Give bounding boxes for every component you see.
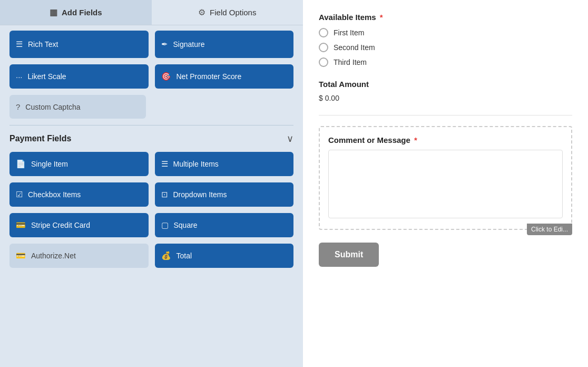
- radio-third-label: Third Item: [334, 58, 367, 66]
- checkbox-items-icon: ☑: [16, 190, 23, 199]
- multiple-items-button[interactable]: ☰ Multiple Items: [155, 152, 294, 176]
- add-fields-icon: ▦: [50, 7, 57, 17]
- section-divider: [9, 125, 293, 125]
- tab-add-fields[interactable]: ▦ Add Fields: [0, 0, 152, 25]
- payment-row-4: 💳 Authorize.Net 💰 Total: [9, 244, 293, 268]
- available-items-label: Available Items *: [319, 13, 572, 22]
- tab-field-options-label: Field Options: [210, 8, 256, 17]
- stripe-credit-card-label: Stripe Credit Card: [31, 221, 90, 229]
- nps-icon: 🎯: [161, 72, 171, 81]
- multiple-items-icon: ☰: [161, 159, 168, 169]
- total-amount-section: Total Amount $ 0.00: [319, 80, 572, 102]
- total-icon: 💰: [161, 251, 171, 260]
- payment-row-2: ☑ Checkbox Items ⊡ Dropdown Items: [9, 182, 293, 207]
- radio-second-item[interactable]: Second Item: [319, 43, 572, 52]
- payment-fields-title: Payment Fields: [9, 134, 71, 143]
- available-items-required: *: [378, 13, 383, 22]
- signature-icon: ✒: [161, 40, 168, 49]
- checkbox-items-button[interactable]: ☑ Checkbox Items: [9, 182, 149, 207]
- dropdown-items-icon: ⊡: [161, 190, 168, 199]
- total-button[interactable]: 💰 Total: [155, 244, 294, 268]
- total-amount-value: $ 0.00: [319, 94, 572, 102]
- radio-circle-third: [319, 57, 328, 67]
- radio-circle-first: [319, 28, 328, 37]
- tab-add-fields-label: Add Fields: [62, 8, 102, 17]
- click-to-edit-badge: Click to Edi...: [527, 224, 572, 235]
- submit-button[interactable]: Submit: [319, 243, 379, 267]
- total-amount-label: Total Amount: [319, 80, 572, 89]
- authorize-net-icon: 💳: [16, 251, 26, 260]
- radio-second-label: Second Item: [334, 43, 375, 52]
- dropdown-items-label: Dropdown Items: [173, 190, 227, 199]
- custom-captcha-label: Custom Captcha: [25, 103, 80, 111]
- partial-buttons-row: ☰ Rich Text ✒ Signature: [9, 31, 293, 58]
- single-item-button[interactable]: 📄 Single Item: [9, 152, 149, 176]
- payment-chevron-icon[interactable]: ∨: [287, 133, 293, 144]
- likert-scale-label: Likert Scale: [28, 72, 66, 81]
- panel-content: ☰ Rich Text ✒ Signature ··· Likert Scale…: [0, 25, 303, 367]
- row-likert-nps: ··· Likert Scale 🎯 Net Promoter Score: [9, 64, 293, 89]
- likert-scale-button[interactable]: ··· Likert Scale: [9, 64, 149, 89]
- rich-text-button[interactable]: ☰ Rich Text: [9, 31, 149, 58]
- row-captcha: ? Custom Captcha: [9, 95, 293, 119]
- radio-circle-second: [319, 43, 328, 52]
- square-icon: ▢: [161, 220, 169, 230]
- signature-button[interactable]: ✒ Signature: [155, 31, 294, 58]
- multiple-items-label: Multiple Items: [173, 160, 219, 168]
- custom-captcha-button[interactable]: ? Custom Captcha: [9, 95, 146, 119]
- square-button[interactable]: ▢ Square: [155, 213, 294, 237]
- checkbox-items-label: Checkbox Items: [28, 190, 81, 199]
- captcha-icon: ?: [16, 102, 20, 111]
- authorize-net-button[interactable]: 💳 Authorize.Net: [9, 244, 149, 268]
- tab-field-options[interactable]: ⚙ Field Options: [152, 0, 303, 25]
- radio-third-item[interactable]: Third Item: [319, 57, 572, 67]
- field-options-icon: ⚙: [198, 7, 205, 17]
- payment-buttons-grid: 📄 Single Item ☰ Multiple Items ☑ Checkbo…: [9, 152, 293, 268]
- comment-textarea[interactable]: [328, 150, 563, 218]
- signature-label: Signature: [173, 40, 205, 49]
- authorize-net-label: Authorize.Net: [31, 252, 76, 260]
- net-promoter-score-label: Net Promoter Score: [177, 72, 242, 81]
- payment-row-3: 💳 Stripe Credit Card ▢ Square: [9, 213, 293, 237]
- right-panel: Available Items * First Item Second Item…: [303, 0, 588, 367]
- payment-row-1: 📄 Single Item ☰ Multiple Items: [9, 152, 293, 176]
- radio-group: First Item Second Item Third Item: [319, 28, 572, 67]
- comment-required: *: [412, 136, 417, 144]
- radio-first-item[interactable]: First Item: [319, 28, 572, 37]
- comment-section: Comment or Message * Click to Edi...: [319, 126, 572, 230]
- single-item-icon: 📄: [16, 159, 26, 169]
- total-label: Total: [177, 252, 192, 260]
- payment-fields-header: Payment Fields ∨: [9, 133, 293, 144]
- comment-label: Comment or Message *: [328, 136, 563, 144]
- stripe-icon: 💳: [16, 220, 26, 230]
- likert-icon: ···: [16, 72, 23, 81]
- left-panel: ▦ Add Fields ⚙ Field Options ☰ Rich Text…: [0, 0, 303, 367]
- form-divider: [319, 115, 572, 115]
- single-item-label: Single Item: [31, 160, 68, 168]
- radio-first-label: First Item: [334, 28, 364, 37]
- square-label: Square: [174, 221, 198, 229]
- available-items-section: Available Items * First Item Second Item…: [319, 13, 572, 67]
- stripe-credit-card-button[interactable]: 💳 Stripe Credit Card: [9, 213, 149, 237]
- net-promoter-score-button[interactable]: 🎯 Net Promoter Score: [155, 64, 294, 89]
- dropdown-items-button[interactable]: ⊡ Dropdown Items: [155, 182, 294, 207]
- tabs-bar: ▦ Add Fields ⚙ Field Options: [0, 0, 303, 25]
- rich-text-label: Rich Text: [28, 40, 58, 49]
- rich-text-icon: ☰: [16, 40, 23, 49]
